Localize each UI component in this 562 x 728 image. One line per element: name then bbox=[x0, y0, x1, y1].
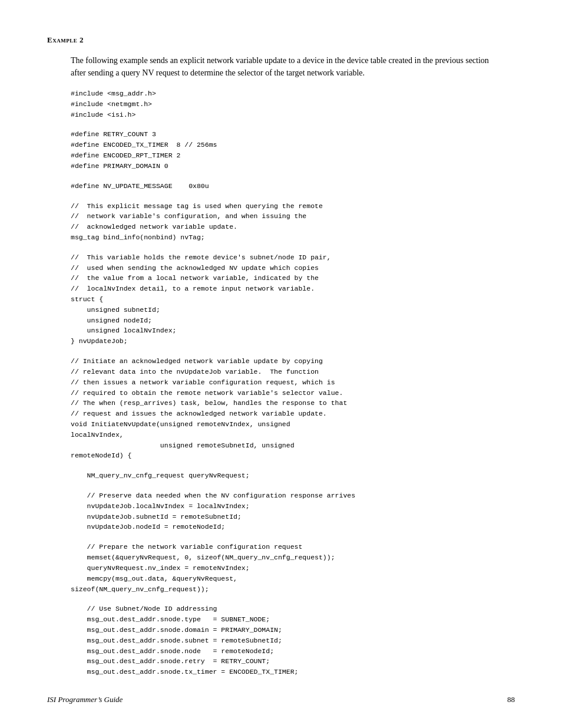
code-block-8: // Preserve data needed when the NV conf… bbox=[71, 490, 515, 532]
code-block-7: NM_query_nv_cnfg_request queryNvRequest; bbox=[71, 470, 515, 481]
code-block-3: #define NV_UPDATE_MESSAGE 0x80u bbox=[71, 181, 515, 192]
example-heading: Example 2 bbox=[47, 35, 515, 45]
code-block-4: // This explicit message tag is used whe… bbox=[71, 201, 515, 243]
footer-page-number: 88 bbox=[507, 695, 515, 704]
code-block-6: // Initiate an acknowledged network vari… bbox=[71, 356, 515, 461]
code-block-9: // Prepare the network variable configur… bbox=[71, 542, 515, 594]
code-block-1: #include <msg_addr.h> #include <netmgmt.… bbox=[71, 88, 515, 120]
page: Example 2 The following example sends an… bbox=[0, 0, 562, 722]
code-block-2: #define RETRY_COUNT 3 #define ENCODED_TX… bbox=[71, 129, 515, 171]
footer-left-label: ISI Programmer’s Guide bbox=[47, 695, 123, 704]
footer: ISI Programmer’s Guide 88 bbox=[47, 695, 515, 704]
intro-paragraph: The following example sends an explicit … bbox=[71, 54, 491, 79]
code-block-10: // Use Subnet/Node ID addressing msg_out… bbox=[71, 604, 515, 677]
code-block-5: // This variable holds the remote device… bbox=[71, 252, 515, 347]
